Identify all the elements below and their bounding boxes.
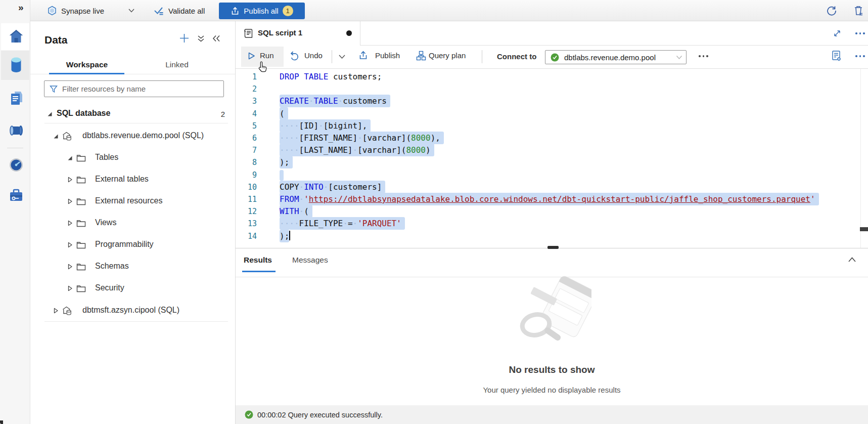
tab-title: SQL script 1 [258,28,302,37]
query-plan-label: Query plan [429,46,466,66]
refresh-icon[interactable] [827,6,837,16]
tree-item-label: External resources [95,196,162,205]
code-line-14: ); [280,230,290,242]
expand-rail-icon[interactable]: » [18,2,24,13]
run-options-chevron-icon[interactable] [338,54,346,60]
code-line-7: ····[LAST_NAME]·[varchar](8000) [280,144,434,156]
code-line-8: ); [280,156,293,168]
line-number: 8 [237,156,257,168]
rail-item-home[interactable] [1,23,29,50]
tree-item-dbtlabs-revenue-demo-pool-sql[interactable]: dbtlabs.revenue.demo.pool (SQL) [30,130,235,143]
tree-separator [44,321,228,322]
tree-item-external-tables[interactable]: External tables [30,173,235,186]
connect-to-dropdown[interactable]: dbtlabs.revenue.demo.pool [545,50,687,64]
tree-item-label: Security [95,283,124,292]
toolbar-more-actions[interactable] [855,55,865,57]
tab-more-actions[interactable] [855,32,865,34]
code-editor[interactable]: 1DROP TABLE customers;23CREATE·TABLE·cus… [236,69,868,248]
tree-item-tables[interactable]: Tables [30,151,235,164]
results-tab-bar: Results Messages [236,248,868,277]
line-number: 6 [237,132,257,144]
rail-item-integrate[interactable] [1,117,29,146]
caret-collapsed-icon[interactable] [67,177,73,183]
caret-collapsed-icon[interactable] [67,198,73,204]
filter-placeholder: Filter resources by name [62,84,146,93]
toolbox-icon [9,188,24,203]
code-line-3: CREATE·TABLE·customers [280,95,390,107]
undo-icon[interactable] [289,51,299,61]
line-number: 7 [237,144,257,156]
caret-collapsed-icon[interactable] [67,285,73,291]
tree-item-external-resources[interactable]: External resources [30,195,235,208]
tree-separator [44,123,228,123]
caret-collapsed-icon[interactable] [53,308,59,314]
rail-item-manage[interactable] [1,182,29,210]
success-status-icon [245,410,253,419]
rail-item-data[interactable] [1,51,29,80]
expand-editor-icon[interactable] [833,29,841,37]
no-results-illustration [516,274,591,349]
query-plan-icon[interactable] [416,51,426,61]
properties-icon[interactable] [831,50,842,62]
tab-results[interactable]: Results [244,256,272,265]
validate-all-button[interactable]: Validate all [153,0,205,21]
tree-item-security[interactable]: Security [30,282,235,295]
mode-label: Synapse live [61,7,104,15]
tree-item-sql-database[interactable]: SQL database2 [30,107,235,120]
caret-collapsed-icon[interactable] [67,242,73,248]
undo-label: Undo [304,46,323,66]
folder-icon [76,154,86,162]
tree-item-schemas[interactable]: Schemas [30,260,235,273]
pipeline-icon [9,123,24,138]
tab-sql-script-1[interactable]: SQL script 1 [236,21,360,46]
code-line-9 [280,169,284,181]
status-message: 00:00:02 Query executed successfully. [257,411,383,419]
toolbar-divider [332,50,332,63]
tree-item-label: Views [95,218,116,227]
collapse-all-icon[interactable] [197,35,205,43]
tree-item-views[interactable]: Views [30,217,235,230]
line-number: 5 [237,120,257,132]
add-resource-icon[interactable] [179,33,189,43]
caret-expanded-icon[interactable] [47,111,53,117]
validate-icon [153,6,164,16]
connect-to-label: Connect to [497,47,536,67]
tab-workspace[interactable]: Workspace [49,57,125,74]
no-results-title: No results to show [236,364,868,375]
rail-item-develop[interactable] [1,85,29,113]
line-number: 11 [237,193,257,205]
tree-item-dbtmsft-azsyn-cipool-sql[interactable]: dbtmsft.azsyn.cipool (SQL) [30,304,235,317]
data-panel-tabs: Workspace Linked [30,57,235,74]
connect-more-actions[interactable] [699,55,708,57]
mode-chevron-icon[interactable] [128,8,135,13]
collapse-results-icon[interactable] [848,257,856,263]
folder-icon [76,219,86,227]
mode-selector[interactable]: Synapse live [47,0,104,21]
active-tab-underline [49,73,124,74]
tree-item-label: Tables [95,153,118,162]
data-explorer-panel: Data Workspace Linked Filter resources b… [30,21,236,424]
tab-messages[interactable]: Messages [292,256,328,265]
synapse-icon [47,6,57,16]
discard-icon[interactable] [853,5,863,16]
editor-scrollbar-track [860,69,861,248]
collapse-panel-icon[interactable] [212,35,220,42]
rail-item-monitor[interactable] [1,152,29,180]
sql-editor-pane: SQL script 1 Run Undo Publish [236,21,868,424]
caret-expanded-icon[interactable] [67,155,73,161]
tree-item-programmability[interactable]: Programmability [30,238,235,251]
results-active-underline [242,271,276,272]
connected-status-icon [551,53,559,62]
tree-item-label: SQL database [57,109,110,118]
caret-collapsed-icon[interactable] [67,264,73,270]
filter-input[interactable]: Filter resources by name [44,80,224,97]
publish-all-button[interactable]: Publish all 1 [219,3,305,19]
editor-scrollbar-thumb[interactable] [860,227,868,231]
line-number: 12 [237,205,257,218]
tree-item-label: dbtmsft.azsyn.cipool (SQL) [82,306,179,315]
tab-linked[interactable]: Linked [139,57,215,74]
caret-collapsed-icon[interactable] [67,220,73,226]
publish-all-label: Publish all [244,7,278,15]
publish-script-icon[interactable] [358,51,368,60]
caret-expanded-icon[interactable] [53,134,59,139]
